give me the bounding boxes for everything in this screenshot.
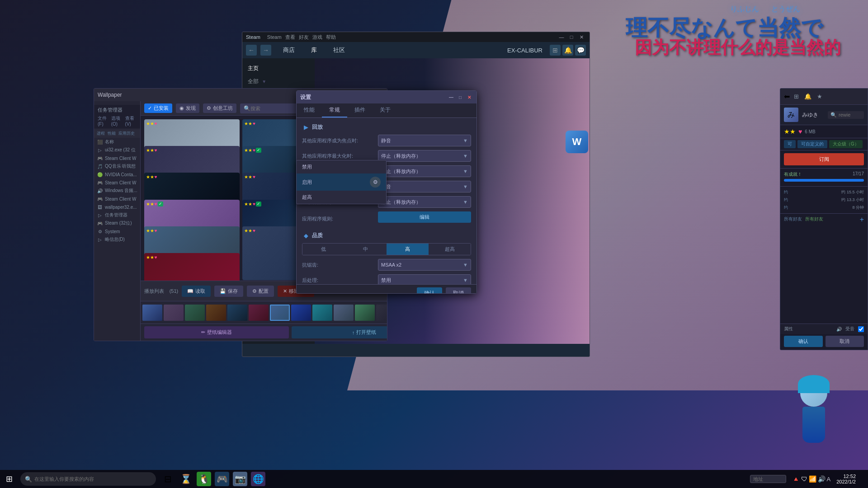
- wallpaper-item-16[interactable]: ★★♥: [144, 253, 240, 281]
- dropdown-item-enable[interactable]: 启用 ⚙: [297, 174, 386, 191]
- tray-icon-ime[interactable]: A: [827, 476, 831, 483]
- tray-icon-network[interactable]: 📶: [809, 475, 816, 483]
- read-btn[interactable]: 📖 读取: [182, 286, 211, 297]
- wallpaper-editor-btn[interactable]: ✏壁纸编辑器: [144, 326, 289, 338]
- fp-confirm-btn[interactable]: 确认: [784, 336, 823, 347]
- installed-tab-btn[interactable]: ✓已安装: [144, 103, 172, 113]
- fp-tag-2[interactable]: 可自定义的: [797, 140, 827, 148]
- discover-tab-btn[interactable]: ◉发现: [176, 103, 199, 113]
- steam-back-btn[interactable]: ←: [246, 45, 257, 56]
- steam-sidebar-home[interactable]: 主页: [242, 62, 315, 75]
- steam-menu-view[interactable]: 查看: [285, 34, 295, 41]
- select-aa[interactable]: MSAA x2 ▼: [378, 259, 471, 271]
- settings-tab-about[interactable]: 关于: [373, 103, 398, 117]
- quality-tab-ultra[interactable]: 超高: [429, 244, 471, 255]
- photos-taskbar-icon[interactable]: 📷: [233, 472, 247, 486]
- settings-cancel-btn[interactable]: 取消: [446, 287, 471, 294]
- fp-notif-icon[interactable]: 🔔: [803, 92, 812, 101]
- settings-close-btn[interactable]: ✕: [466, 94, 473, 101]
- process-item-steam1[interactable]: 🎮 Steam Client W: [94, 154, 140, 162]
- steam-menu-games[interactable]: 游戏: [312, 34, 322, 41]
- select-focus[interactable]: 静音 ▼: [378, 135, 471, 146]
- steam-tab-community[interactable]: 社区: [330, 44, 349, 56]
- fp-add-friend-btn[interactable]: +: [860, 216, 864, 224]
- steam-menu-steam[interactable]: Steam: [267, 34, 282, 40]
- address-input[interactable]: [750, 475, 786, 483]
- dropdown-item-disable[interactable]: 禁用: [297, 160, 386, 174]
- process-item[interactable]: ⬛ 名称: [94, 138, 140, 146]
- fp-search-input[interactable]: [839, 112, 861, 117]
- quality-tab-mid[interactable]: 中: [344, 244, 387, 255]
- steam-tab-store[interactable]: 商店: [279, 44, 298, 56]
- config-btn[interactable]: ⚙ 配置: [247, 286, 274, 297]
- process-item-qq[interactable]: 🎵 QQ音乐 听我想: [94, 162, 140, 170]
- tray-icon-1[interactable]: 🔺: [792, 475, 800, 483]
- thumb-12[interactable]: [376, 305, 387, 321]
- steam-chat-icon[interactable]: 💬: [575, 45, 586, 56]
- fp-star-icon[interactable]: ★: [815, 92, 824, 101]
- thumb-8[interactable]: [291, 305, 311, 321]
- settings-confirm-btn[interactable]: 确认: [417, 287, 442, 294]
- taskbar-clock[interactable]: 12:52 2022/1/2: [836, 474, 856, 484]
- steam-minimize-btn[interactable]: —: [557, 33, 566, 41]
- select-fullscreen[interactable]: 停止（释放内存） ▼: [378, 165, 471, 177]
- settings-minimize-btn[interactable]: —: [448, 94, 455, 101]
- thumb-7[interactable]: [270, 305, 290, 321]
- process-item-steam32[interactable]: 🎮 Steam (32位): [94, 219, 140, 227]
- thumb-6[interactable]: [249, 305, 269, 321]
- open-wallpaper-btn[interactable]: ↑打开壁纸: [292, 326, 387, 338]
- process-item-taskmgr[interactable]: ▷ 任务管理器: [94, 211, 140, 219]
- steam-close-btn[interactable]: ✕: [577, 33, 586, 41]
- process-item-steam3[interactable]: 🎮 Steam Client W: [94, 195, 140, 203]
- tm-tab-bar[interactable]: 进程性能应用历史: [94, 129, 140, 138]
- steam-notif-icon[interactable]: 🔔: [562, 45, 573, 56]
- fp-tag-1[interactable]: 可: [784, 140, 796, 148]
- quality-tab-low[interactable]: 低: [302, 244, 344, 255]
- thumb-3[interactable]: [185, 305, 205, 321]
- dropdown-item-ultra[interactable]: 超高: [297, 191, 386, 204]
- widget-icon[interactable]: ⌛: [179, 472, 193, 486]
- steam-taskbar-icon[interactable]: 🎮: [215, 472, 229, 486]
- settings-tab-performance[interactable]: 性能: [297, 103, 322, 117]
- select-audio[interactable]: 静音 ▼: [378, 181, 471, 192]
- process-item-ui32[interactable]: ▷ ui32.exe (32 位: [94, 146, 140, 154]
- tray-icon-volume[interactable]: 🔊: [818, 475, 826, 483]
- process-item-info[interactable]: ▷ 略信息(D): [94, 235, 140, 244]
- fp-audio-checkbox[interactable]: [858, 326, 864, 332]
- start-button[interactable]: ⊞: [0, 470, 18, 488]
- steam-forward-btn[interactable]: →: [260, 45, 271, 56]
- thumb-10[interactable]: [334, 305, 354, 321]
- taskview-icon[interactable]: ⊟: [160, 472, 175, 486]
- process-item-wallpaper32[interactable]: 🖼 wallpaper32.e...: [94, 203, 140, 211]
- thumb-2[interactable]: [164, 305, 184, 321]
- thumb-4[interactable]: [206, 305, 226, 321]
- fp-cancel-btn[interactable]: 取消: [826, 336, 864, 347]
- fp-expand-icon[interactable]: ⊞: [792, 92, 801, 101]
- workshop-tab-btn[interactable]: ⚙创意工坊: [203, 103, 236, 113]
- taskbar-search-input[interactable]: [34, 476, 151, 482]
- select-sleep[interactable]: 停止（释放内存） ▼: [378, 196, 471, 208]
- steam-maximize-btn[interactable]: □: [567, 33, 576, 41]
- quality-tab-high[interactable]: 高: [387, 244, 429, 255]
- qq-taskbar-icon[interactable]: 🐧: [197, 472, 211, 486]
- tm-tab-view[interactable]: 查看(V): [125, 115, 137, 127]
- browser-taskbar-icon[interactable]: 🌐: [251, 472, 265, 486]
- select-maximize[interactable]: 停止（释放内存） ▼: [378, 150, 471, 162]
- tray-icon-shield[interactable]: 🛡: [801, 475, 807, 483]
- steam-grid-icon[interactable]: ⊞: [550, 45, 561, 56]
- steam-tab-library[interactable]: 库: [307, 44, 321, 56]
- save-btn[interactable]: 💾 保存: [214, 286, 243, 297]
- tm-tab-option[interactable]: 选项(O): [111, 115, 123, 127]
- subscribe-btn[interactable]: 订阅: [784, 153, 864, 165]
- steam-sidebar-all[interactable]: 全部 ▼: [242, 75, 315, 88]
- thumb-1[interactable]: [142, 305, 162, 321]
- settings-tab-plugins[interactable]: 插件: [347, 103, 373, 117]
- process-item-nvidia[interactable]: 🟢 NVIDIA Conta...: [94, 170, 140, 178]
- settings-tab-general[interactable]: 常规: [322, 103, 347, 117]
- process-item-steam2[interactable]: 🎮 Steam Client W: [94, 178, 140, 187]
- steam-menu-friends[interactable]: 好友: [299, 34, 309, 41]
- settings-maximize-btn[interactable]: □: [457, 94, 464, 101]
- thumb-5[interactable]: [227, 305, 247, 321]
- fp-tag-3[interactable]: 大众级（G）: [829, 140, 863, 148]
- process-item-system[interactable]: ⚙ System: [94, 227, 140, 235]
